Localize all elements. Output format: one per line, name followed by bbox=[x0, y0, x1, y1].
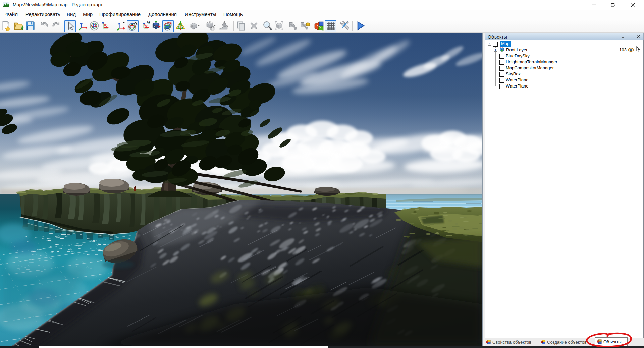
svg-text:%: % bbox=[147, 21, 150, 25]
